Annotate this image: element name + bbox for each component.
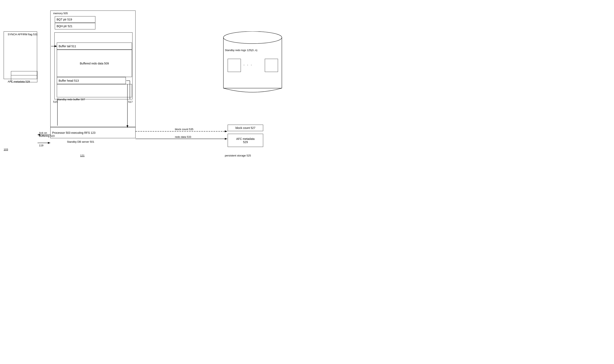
- svg-point-13: [223, 31, 282, 44]
- persistent-storage-label: persistent storage 525: [225, 154, 251, 157]
- block-count-arrow-label: block count 535: [175, 128, 193, 131]
- buffer-tail-box: Buffer tail 511: [57, 43, 132, 50]
- standby-db-server-label: Standby DB server 501: [67, 140, 94, 143]
- synch-affirm-label: SYNCH AFFIRM flag 531: [8, 33, 38, 36]
- buffer-tail-label: Buffer tail 511: [59, 45, 76, 48]
- buffered-redo-area: Buffered redo data 509: [57, 50, 132, 77]
- below-buffer-head-area: [57, 84, 132, 97]
- afc-metadata-left-label: AFC metadata 529: [8, 80, 30, 83]
- bqt-ptr-box: BQT ptr 519: [55, 16, 95, 23]
- buffered-redo-data-label: Buffered redo data 509: [80, 62, 109, 65]
- diagram-container: SYNCH AFFIRM flag 531 AFC metadata 529 1…: [0, 0, 307, 182]
- buffer-head-box: Buffer head 513: [57, 77, 126, 84]
- standby-redo-buffer-label: Standby redo buffer 507: [57, 98, 85, 101]
- processor-label: Processor 503 executing RFS 123: [52, 131, 95, 134]
- ref-103: 103: [4, 148, 8, 151]
- redo-log-box2: [265, 59, 278, 72]
- buffer-head-label: Buffer head 513: [59, 79, 79, 82]
- afc-metadata-right-box: AFC metadata529: [228, 134, 263, 147]
- redo-data-arrow-label: redo data 533: [175, 135, 191, 138]
- standby-redo-logs-label: Standby redo logs 125(0..n): [225, 49, 257, 52]
- bqh-ptr-box: BQH ptr 521: [55, 23, 95, 29]
- bqh-ptr-label: BQH ptr 521: [57, 25, 72, 28]
- afc-metadata-right-label: AFC metadata529: [236, 137, 254, 144]
- ref-119-label: 119: [39, 144, 43, 147]
- redo-log-box1: [228, 59, 241, 72]
- ref-515-label: 515: [53, 100, 58, 103]
- block-count-box: block count 527: [228, 125, 263, 131]
- processor-box: Processor 503 executing RFS 123: [50, 127, 136, 138]
- ref-517-label: 517: [128, 100, 133, 103]
- memory-label: memory 505: [53, 12, 68, 15]
- dots-label: · · ·: [244, 63, 253, 67]
- block-count-box-label: block count 527: [235, 126, 255, 130]
- bqt-ptr-label: BQT ptr 519: [57, 18, 72, 21]
- ref-121: 121: [80, 154, 85, 157]
- afc-metadata-left-box: [4, 31, 37, 79]
